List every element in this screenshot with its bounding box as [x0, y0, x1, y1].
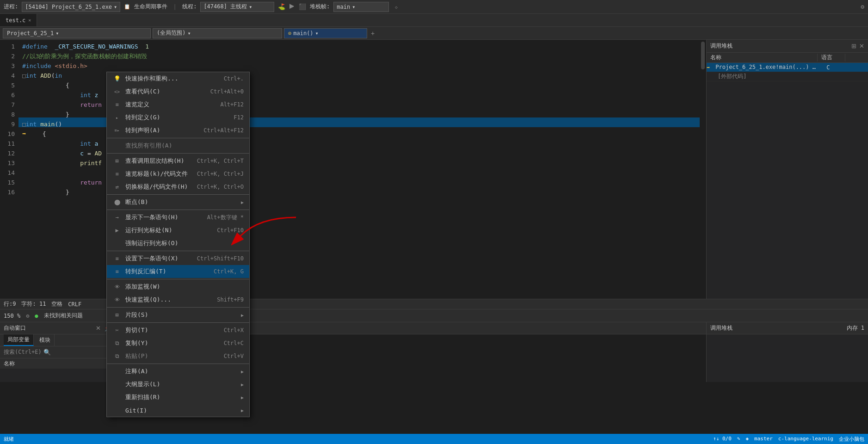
menu-add-watch[interactable]: 👁 添加监视(W) — [107, 280, 249, 293]
search-label: 搜索(Ctrl+E) — [4, 348, 42, 356]
errors-indicator: ↑↓ 0/0 — [713, 436, 732, 443]
settings-gear-icon[interactable]: ⚙ — [26, 313, 29, 319]
search-icon[interactable]: 🔍 — [43, 349, 51, 356]
lifecycle-icon: 📋 — [124, 4, 130, 10]
menu-comment[interactable]: 注释(A) ▶ — [107, 365, 249, 378]
menu-run-cursor[interactable]: ▶ 运行到光标处(N) Ctrl+F10 — [107, 224, 249, 237]
stack-settings-icon: ⬦ — [394, 3, 398, 10]
row-0-name: Project_6_25_1.exe!main(...) 行 10 — [712, 63, 823, 71]
call-stack-bottom: 调用堆栈 内存 1 — [706, 322, 868, 382]
tab-local-vars[interactable]: 局部变量 — [4, 334, 34, 346]
scope-value: (全局范围) — [157, 29, 185, 37]
process-dropdown[interactable]: [54104] Project_6_25_1.exe ▾ — [22, 2, 120, 12]
snippet-submenu-icon: ▶ — [241, 313, 244, 318]
menu-force-run[interactable]: 强制运行到光标(O) — [107, 237, 249, 250]
thread-dropdown[interactable]: [47468] 主线程 ▾ — [200, 2, 274, 12]
project-dropdown[interactable]: Project_6_25_1 ▾ — [3, 28, 151, 38]
menu-disassembly[interactable]: ≡ 转到反汇编(T) Ctrl+K, G — [107, 265, 249, 278]
goto-decl-shortcut: Ctrl+Alt+F12 — [203, 127, 244, 134]
view-code-shortcut: Ctrl+Alt+0 — [210, 88, 244, 95]
menu-outline[interactable]: 大纲显示(L) ▶ — [107, 378, 249, 391]
menu-find-refs: 查找所有引用(A) — [107, 139, 249, 152]
line-info-char: 字符: 11 — [21, 300, 46, 308]
goto-decl-label: 转到声明(A) — [125, 126, 200, 135]
paste-label: 粘贴(P) — [125, 352, 220, 360]
scope-dropdown[interactable]: (全局范围) ▾ — [153, 28, 282, 38]
call-stack-row-0[interactable]: ➡ Project_6_25_1.exe!main(...) 行 10 C — [707, 63, 868, 72]
editor-scrollbar[interactable] — [700, 40, 706, 299]
menu-set-next[interactable]: ≡ 设置下一条语句(X) Ctrl+Shift+F10 — [107, 252, 249, 265]
separator-8 — [107, 322, 249, 323]
quick-actions-icon: 💡 — [112, 75, 122, 82]
show-next-icon: → — [112, 214, 122, 221]
menu-switch-title[interactable]: ⇄ 切换标题/代码文件(H) Ctrl+K, Ctrl+O — [107, 180, 249, 193]
disassembly-label: 转到反汇编(T) — [125, 267, 210, 276]
add-watch-icon: 👁 — [112, 284, 122, 290]
goto-def-icon: ▸ — [112, 115, 122, 120]
panel-close-button[interactable]: ✕ — [859, 43, 864, 49]
menu-show-next[interactable]: → 显示下一条语句(H) Alt+数字键 * — [107, 211, 249, 224]
left-bottom-panel: 自动窗口 ✕ 📌 局部变量 模块 搜索(Ctrl+E) 🔍 名称 — [0, 322, 116, 382]
menu-goto-decl[interactable]: ≡▸ 转到声明(A) Ctrl+Alt+F12 — [107, 124, 249, 137]
tab-test-c[interactable]: test.c ✕ — [0, 14, 37, 26]
project-name: Project_6_25_1 — [7, 30, 54, 37]
quick-watch-shortcut: Shift+F9 — [217, 296, 244, 303]
paste-shortcut: Ctrl+V — [224, 353, 244, 359]
call-hier-icon: ⊞ — [112, 158, 122, 164]
col-lang: 语言 — [818, 54, 845, 62]
status-text: 未找到相关问题 — [44, 312, 83, 320]
menu-call-hier[interactable]: ⊞ 查看调用层次结构(H) Ctrl+K, Ctrl+T — [107, 154, 249, 167]
menu-quick-actions[interactable]: 💡 快速操作和重构... Ctrl+. — [107, 72, 249, 85]
settings-icon[interactable]: ⚙ — [861, 3, 864, 10]
switch-title-icon: ⇄ — [112, 184, 122, 190]
quick-def-label: 速览定义 — [125, 100, 216, 109]
menu-copy[interactable]: ⧉ 复制(Y) Ctrl+C — [107, 337, 249, 350]
extra-label: 企业小脑包 — [839, 436, 864, 443]
menu-browse-title[interactable]: ≡ 速览标题(k)/代码文件 Ctrl+K, Ctrl+J — [107, 167, 249, 180]
goto-def-shortcut: F12 — [234, 114, 244, 121]
tab-bar: test.c ✕ — [0, 14, 868, 27]
tab-close-button[interactable]: ✕ — [28, 18, 31, 23]
menu-goto-def[interactable]: ▸ 转到定义(G) F12 — [107, 111, 249, 124]
snippet-icon: ⊞ — [112, 312, 122, 318]
show-next-label: 显示下一条语句(H) — [125, 213, 203, 222]
auto-window-close-button[interactable]: ✕ — [96, 325, 101, 332]
run-cursor-label: 运行到光标处(N) — [125, 226, 213, 234]
vscode-icon: ◈ — [745, 436, 749, 443]
stack-value: main — [337, 4, 350, 10]
menu-quick-def[interactable]: ≡ 速览定义 Alt+F12 — [107, 98, 249, 111]
menu-cut[interactable]: ✂ 剪切(T) Ctrl+X — [107, 324, 249, 337]
function-dropdown[interactable]: ⊙ main() ▾ — [284, 28, 367, 38]
thread-value: [47468] 主线程 — [203, 3, 247, 11]
quick-watch-label: 快速监视(Q)... — [125, 296, 213, 304]
cut-icon: ✂ — [112, 327, 122, 333]
menu-breakpoint[interactable]: ⬤ 断点(B) ▶ — [107, 196, 249, 209]
menu-git[interactable]: Git(I) ▶ — [107, 404, 249, 417]
tab-modules[interactable]: 模块 — [36, 334, 55, 346]
call-hier-shortcut: Ctrl+K, Ctrl+T — [197, 158, 244, 164]
menu-snippet[interactable]: ⊞ 片段(S) ▶ — [107, 308, 249, 321]
call-hier-label: 查看调用层次结构(H) — [125, 157, 193, 165]
call-stack-header: 调用堆栈 ⊞ ✕ — [707, 40, 868, 53]
ready-status: 就绪 — [4, 436, 14, 443]
process-label: 进程: — [4, 3, 18, 11]
add-file-button[interactable]: + — [369, 29, 376, 38]
status-green-icon: ● — [35, 313, 38, 319]
project-dropdown-arrow: ▾ — [55, 30, 59, 37]
git-branch[interactable]: master — [754, 436, 773, 443]
find-refs-label: 查找所有引用(A) — [125, 142, 244, 150]
edit-icon: ✎ — [737, 436, 740, 443]
goto-decl-icon: ≡▸ — [112, 128, 122, 133]
quick-def-shortcut: Alt+F12 — [220, 101, 244, 108]
breakpoint-submenu-icon: ▶ — [241, 200, 244, 205]
auto-window-title: 自动窗口 — [4, 324, 26, 332]
call-stack-row-1[interactable]: [外部代码] — [707, 72, 868, 81]
separator-2 — [107, 153, 249, 154]
name-col-header: 名称 — [4, 360, 15, 368]
copy-label: 复制(Y) — [125, 339, 220, 347]
menu-rescan[interactable]: 重新扫描(R) ▶ — [107, 391, 249, 404]
menu-quick-watch[interactable]: 👁 快速监视(Q)... Shift+F9 — [107, 293, 249, 306]
menu-view-code[interactable]: <> 查看代码(C) Ctrl+Alt+0 — [107, 85, 249, 98]
panel-pin-button[interactable]: ⊞ — [851, 43, 856, 49]
stack-dropdown[interactable]: main ▾ — [333, 2, 389, 12]
